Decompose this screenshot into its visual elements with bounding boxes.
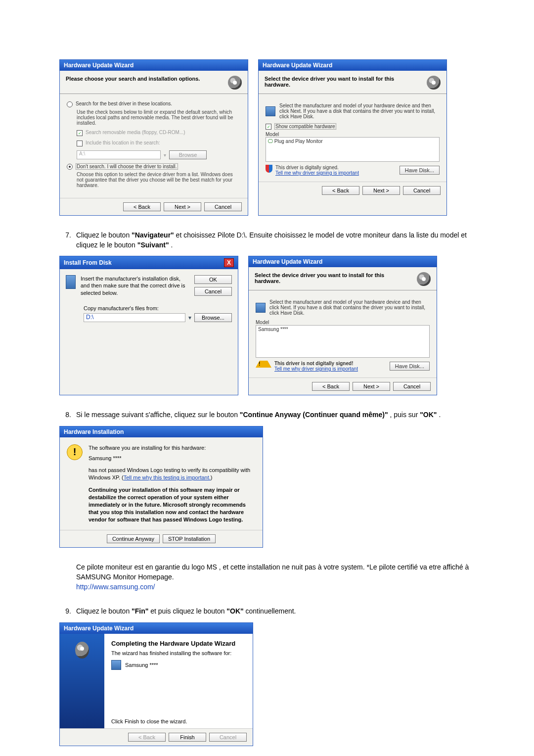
next-button[interactable]: Next > [164, 202, 201, 211]
radio2-description: Choose this option to select the device … [77, 172, 241, 188]
header-text: Select the device driver you want to ins… [255, 272, 403, 284]
title-text: Hardware Update Wizard [64, 625, 134, 632]
dialog-title: Hardware Update Wizard [60, 60, 248, 71]
radio-search-locations[interactable]: Search for the best driver in these loca… [67, 101, 241, 107]
radio-dont-search[interactable]: Don't search. I will choose the driver t… [67, 163, 241, 170]
step-text: . [171, 241, 173, 249]
cancel-button[interactable]: Cancel [393, 382, 431, 391]
title-text: Hardware Update Wizard [253, 258, 322, 265]
title-text: Hardware Installation [64, 428, 124, 435]
checkbox-include-location: Include this location in the search: [77, 140, 241, 146]
path-input[interactable]: D:\ [84, 313, 185, 322]
step-7: 7. Cliquez le bouton "Navigateur" et cho… [59, 231, 475, 250]
radio-label: Search for the best driver in these loca… [76, 101, 172, 106]
dialog-title: Hardware Update Wizard [249, 256, 437, 267]
step-8: 8. Si le message suivant s'affiche, cliq… [59, 410, 475, 420]
step-text: Si le message suivant s'affiche, cliquez… [76, 411, 240, 419]
signed-text: This driver is digitally signed. [275, 165, 359, 170]
samsung-link[interactable]: http://www.samsung.com/ [76, 582, 475, 592]
back-button[interactable]: < Back [123, 202, 161, 211]
radio-icon [67, 164, 73, 170]
model-item: Plug and Play Monitor [274, 139, 323, 144]
cancel-button-disabled: Cancel [209, 733, 247, 742]
finish-button[interactable]: Finish [169, 733, 206, 742]
step-number: 7. [59, 231, 71, 250]
dialog-header: Please choose your search and installati… [60, 71, 248, 94]
model-listbox[interactable]: Samsung **** [256, 325, 430, 358]
next-button[interactable]: Next > [353, 382, 390, 391]
browse-button[interactable]: Browse... [194, 313, 232, 322]
header-text: Please choose your search and installati… [66, 76, 200, 82]
close-icon[interactable]: X [224, 258, 234, 267]
why-signing-link[interactable]: Tell me why driver signing is important [275, 170, 359, 176]
next-button[interactable]: Next > [362, 186, 400, 195]
cd-icon [417, 272, 431, 286]
have-disk-button[interactable]: Have Disk... [400, 166, 440, 175]
dialog-title: Hardware Update Wizard [259, 60, 446, 71]
floppy-icon [266, 106, 275, 116]
cancel-button[interactable]: Cancel [403, 186, 441, 195]
floppy-icon [111, 660, 121, 670]
back-button-disabled: < Back [128, 733, 166, 742]
back-button[interactable]: < Back [322, 186, 359, 195]
model-label: Model [266, 132, 440, 137]
step-text: Cliquez le bouton [76, 607, 132, 615]
ok-button[interactable]: OK [194, 275, 232, 284]
title-text: Hardware Update Wizard [64, 62, 134, 69]
completing-line2: Samsung **** [125, 662, 158, 668]
not-signed-text: This driver is not digitally signed! [274, 361, 358, 366]
wizard-select-driver-dialog-1: Hardware Update Wizard Select the device… [258, 59, 447, 216]
dialog-title: Hardware Installation [60, 426, 263, 437]
hi-bold: Continuing your installation of this sof… [89, 486, 256, 523]
model-label: Model [256, 320, 430, 325]
note-text: Ce pilote moniteur est en garantie du lo… [76, 563, 475, 582]
checkbox-label: Show compatible hardware [274, 123, 336, 130]
step-text-bold: "OK" [420, 411, 437, 419]
title-text: Hardware Update Wizard [263, 62, 332, 69]
hi-line2: Samsung **** [89, 455, 256, 462]
model-listbox[interactable]: 🖵 Plug and Play Monitor [266, 137, 440, 162]
description-text: Select the manufacturer and model of you… [279, 103, 440, 119]
step-text: Cliquez le bouton [76, 231, 132, 239]
step-text-bold: "OK" [226, 607, 243, 615]
hi-line1: The software you are installing for this… [89, 444, 256, 452]
hardware-installation-warning-dialog: Hardware Installation ! The software you… [59, 426, 263, 548]
back-button[interactable]: < Back [312, 382, 350, 391]
step-text-bold: "Navigateur" [132, 231, 174, 239]
wizard-completing-dialog: Hardware Update Wizard Completing the Ha… [59, 622, 253, 746]
wizard-select-driver-dialog-2: Hardware Update Wizard Select the device… [248, 256, 437, 395]
radio-icon [67, 101, 73, 107]
step-text: . [439, 411, 441, 419]
floppy-icon [66, 275, 76, 289]
why-signing-link[interactable]: Tell me why driver signing is important [274, 366, 358, 372]
header-text: Select the device driver you want to ins… [265, 76, 413, 88]
have-disk-button[interactable]: Have Disk... [390, 362, 430, 371]
wizard-search-options-dialog: Hardware Update Wizard Please choose you… [59, 59, 248, 216]
step-9: 9. Cliquez le bouton "Fin" et puis cliqu… [59, 607, 475, 616]
checkbox-show-compatible[interactable]: ✓ Show compatible hardware [266, 123, 440, 130]
title-text: Install From Disk [64, 259, 112, 266]
shield-icon [266, 165, 272, 173]
dialog-title: Install From Disk X [60, 256, 238, 269]
hi-line3b: ) [211, 474, 213, 480]
dialog-header: Select the device driver you want to ins… [249, 267, 437, 290]
continue-anyway-button[interactable]: Continue Anyway [107, 534, 160, 543]
cancel-button[interactable]: Cancel [204, 202, 242, 211]
cd-icon [427, 76, 441, 90]
checkbox-label: Search removable media (floppy, CD-ROM..… [86, 130, 185, 135]
why-testing-link[interactable]: Tell me why this testing is important. [124, 474, 211, 480]
completing-title: Completing the Hardware Update Wizard [111, 640, 246, 647]
stop-installation-button[interactable]: STOP Installation [163, 534, 216, 543]
step-number: 8. [59, 410, 71, 420]
completing-line1: The wizard has finished installing the s… [111, 650, 246, 656]
cancel-button[interactable]: Cancel [194, 287, 232, 296]
completing-line3: Click Finish to close the wizard. [111, 718, 246, 724]
step-number: 9. [59, 607, 71, 616]
warning-icon [256, 361, 271, 368]
radio-label: Don't search. I will choose the driver t… [76, 163, 178, 170]
checkbox-removable-media: ✓ Search removable media (floppy, CD-ROM… [77, 130, 241, 136]
floppy-icon [256, 303, 266, 313]
step-text: continuellement. [246, 607, 296, 615]
dialog-header: Select the device driver you want to ins… [259, 71, 446, 94]
step-text-bold: "Continue Anyway (Continuer quand même)" [240, 411, 388, 419]
